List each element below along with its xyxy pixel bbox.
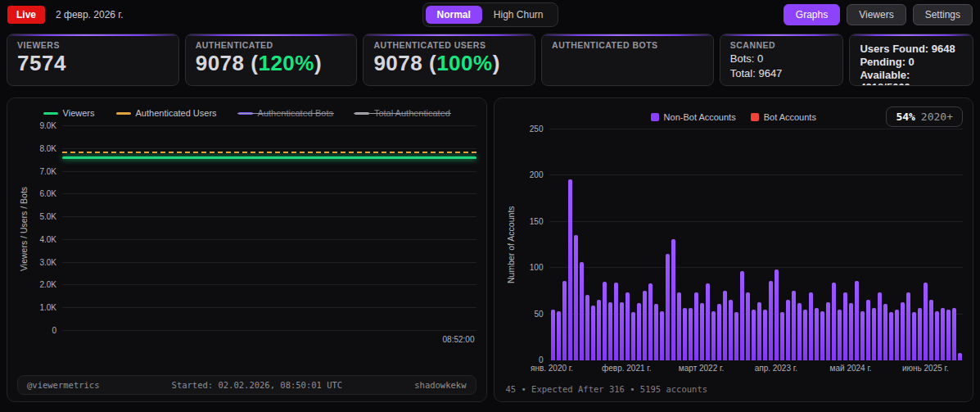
account-month-bar (918, 308, 922, 360)
line-chart-area: Viewers / Users / Bots 01.0K2.0K3.0K4.0K… (17, 126, 476, 346)
x-tick-label: янв. 2020 г. (531, 364, 573, 373)
y-tick-label: 3.0K (39, 258, 56, 267)
legend-line-swatch (355, 112, 369, 115)
bar-chart-legend-row: Non-Bot AccountsBot Accounts 54%2020+ (504, 106, 964, 128)
bar-x-axis: янв. 2020 г.февр. 2021 г.март 2022 г.апр… (549, 360, 964, 374)
h-gridline (62, 262, 476, 263)
account-month-bar (832, 283, 836, 360)
legend-square-swatch (651, 113, 659, 121)
y-tick-label: 5.0K (39, 212, 56, 221)
graphs-button[interactable]: Graphs (784, 4, 840, 25)
bars-container (549, 129, 964, 360)
account-month-bar (860, 311, 865, 360)
x-tick-label: март 2022 г. (679, 364, 724, 373)
legend-item-bot-accounts[interactable]: Bot Accounts (751, 112, 816, 122)
account-month-bar (591, 306, 595, 360)
account-month-bar (906, 292, 910, 360)
account-month-bar (648, 283, 653, 360)
current-date: 2 февр. 2026 г. (56, 9, 124, 20)
series-line-viewers (62, 156, 476, 159)
account-month-bar (757, 302, 761, 360)
legend-square-swatch (751, 113, 759, 121)
scanned-total: Total: 9647 (730, 67, 833, 79)
account-month-bar (763, 310, 767, 360)
account-month-bar (723, 291, 727, 360)
account-month-bar (740, 271, 744, 360)
legend-line-swatch (116, 112, 131, 115)
account-month-bar (792, 291, 796, 360)
y-tick-label: 9.0K (39, 121, 56, 130)
account-month-bar (689, 308, 693, 360)
line-y-axis-title: Viewers / Users / Bots (17, 126, 29, 331)
y-tick-label: 0 (52, 326, 56, 335)
account-month-bar (711, 311, 716, 360)
charts-row: ViewersAuthenticated UsersAuthenticated … (7, 97, 973, 402)
viewers-button[interactable]: Viewers (847, 4, 905, 25)
account-month-bar (912, 312, 916, 360)
top-bar: Live 2 февр. 2026 г. Normal High Churn G… (0, 0, 980, 29)
account-month-bar (901, 302, 905, 360)
h-gridline (62, 239, 476, 240)
account-month-bar (666, 254, 670, 360)
x-tick-label: апр. 2023 г. (755, 364, 797, 373)
account-month-bar (809, 292, 813, 360)
y-tick-label: 8.0K (39, 144, 56, 153)
account-month-bar (924, 283, 928, 360)
pending: Pending: 0 (860, 56, 963, 68)
account-month-bar (625, 292, 630, 360)
card-label: SCANNED (730, 40, 833, 50)
account-month-bar (717, 304, 721, 360)
legend-item-authenticated-bots[interactable]: Authenticated Bots (238, 108, 333, 118)
account-month-bar (677, 292, 681, 360)
account-month-bar (671, 239, 675, 360)
account-month-bar (683, 308, 687, 360)
mode-option-high-churn[interactable]: High Churn (482, 6, 555, 24)
account-month-bar (568, 179, 572, 360)
account-month-bar (585, 295, 589, 360)
legend-item-viewers[interactable]: Viewers (43, 108, 95, 118)
account-month-bar (826, 302, 830, 360)
y-tick-label: 4.0K (39, 235, 56, 244)
bar-y-axis: 050100150200250 (517, 129, 549, 360)
legend-item-non-bot-accounts[interactable]: Non-Bot Accounts (651, 112, 736, 122)
account-month-bar (815, 308, 819, 360)
account-month-bar (895, 310, 899, 360)
stats-row: VIEWERS 7574 AUTHENTICATED 9078 (120%) A… (7, 34, 973, 86)
h-gridline (62, 171, 476, 172)
nav-buttons: Graphs Viewers Settings (784, 4, 973, 25)
dashboard: { "topbar": { "live_label": "Live", "dat… (0, 0, 980, 412)
legend-item-authenticated-users[interactable]: Authenticated Users (116, 108, 217, 118)
legend-line-swatch (238, 112, 253, 115)
account-month-bar (694, 292, 698, 360)
legend-item-total-authenticated[interactable]: Total Authenticated (355, 108, 450, 118)
h-gridline (62, 125, 476, 126)
h-gridline (62, 148, 476, 149)
mode-option-normal[interactable]: Normal (425, 6, 481, 24)
account-month-bar (878, 292, 882, 360)
line-plot (62, 126, 476, 331)
authenticated-users-percent: 100% (436, 51, 493, 75)
card-label: VIEWERS (17, 40, 169, 50)
line-y-axis: 01.0K2.0K3.0K4.0K5.0K6.0K7.0K8.0K9.0K (29, 126, 62, 331)
accounts-bar-chart-panel: Non-Bot AccountsBot Accounts 54%2020+ Nu… (494, 97, 974, 402)
account-month-bar (958, 353, 962, 360)
account-month-bar (557, 311, 561, 360)
y-tick-label: 150 (530, 217, 544, 226)
viewers-count: 7574 (17, 51, 169, 76)
users-found: Users Found: 9648 (860, 43, 963, 55)
account-month-bar (935, 311, 939, 360)
x-tick-label: июнь 2025 г. (902, 364, 949, 373)
account-month-bar (700, 303, 704, 360)
account-month-bar (631, 312, 635, 360)
live-badge: Live (7, 6, 45, 24)
available: Available: 4218/5000 (860, 69, 963, 86)
card-label: AUTHENTICATED USERS (373, 40, 525, 50)
settings-button[interactable]: Settings (913, 4, 973, 25)
account-month-bar (752, 310, 756, 360)
account-month-bar (597, 300, 601, 360)
y-tick-label: 2.0K (39, 280, 56, 289)
account-month-bar (889, 312, 893, 360)
account-month-bar (580, 262, 584, 360)
legend-label: Bot Accounts (764, 112, 816, 122)
account-month-bar (551, 310, 555, 360)
